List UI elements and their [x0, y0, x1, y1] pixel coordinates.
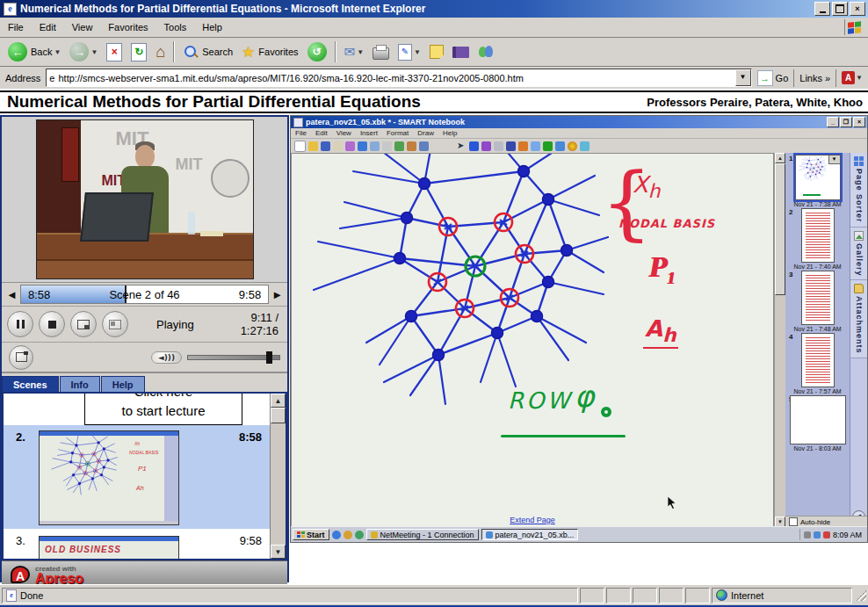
- canvas-scroll-thumb[interactable]: [775, 163, 785, 295]
- scene-item-3[interactable]: 3. 9:58 OLD BUSINESS: [4, 529, 271, 559]
- open-icon[interactable]: [308, 141, 318, 151]
- page-thumb-4[interactable]: 4Nov 21 - 7:57 AM: [785, 333, 850, 394]
- volume-slider[interactable]: [187, 355, 280, 360]
- delete-icon[interactable]: [382, 141, 392, 151]
- back-dropdown-icon[interactable]: ▼: [54, 48, 61, 56]
- home-button[interactable]: ⌂: [151, 41, 170, 63]
- history-button[interactable]: ↺: [303, 40, 331, 63]
- page-thumb-5[interactable]: 5Nov 21 - 8:03 AM: [785, 395, 850, 452]
- lecture-video[interactable]: MIT MIT MIT Massachusetts Institute of T…: [36, 119, 254, 279]
- refresh-button[interactable]: ↻: [127, 41, 151, 63]
- page-thumb-2[interactable]: 2Nov 21 - 7:40 AM: [785, 208, 850, 270]
- canvas-scrollbar[interactable]: ▲ ▼: [774, 153, 785, 527]
- fill-color-icon[interactable]: [568, 141, 577, 151]
- menu-favorites[interactable]: Favorites: [100, 19, 156, 35]
- back-button[interactable]: ← Back ▼: [4, 40, 65, 63]
- scene-2-thumbnail[interactable]: Xh NODAL BASIS P1 Ah: [39, 430, 179, 525]
- extend-page-link[interactable]: Extend Page: [292, 516, 773, 524]
- nb-menu-insert[interactable]: Insert: [356, 129, 382, 137]
- address-input[interactable]: e http://smcs-webserver-sma1.mit.edu/sma…: [46, 69, 751, 87]
- address-dropdown-icon[interactable]: ▼: [735, 69, 751, 86]
- speaker-icon[interactable]: ◄))): [151, 351, 182, 364]
- tab-help[interactable]: Help: [101, 376, 145, 392]
- pdf-dropdown-icon[interactable]: ▼: [856, 74, 863, 82]
- edit-dropdown-icon[interactable]: ▼: [414, 48, 421, 56]
- new-page-icon[interactable]: [294, 141, 306, 152]
- eraser-icon[interactable]: [494, 141, 503, 151]
- notebook-task-button[interactable]: patera_nov21_05.xb...: [481, 529, 579, 540]
- quicklaunch-icon-2[interactable]: [344, 531, 352, 539]
- table-icon[interactable]: [407, 141, 416, 151]
- forward-dropdown-icon[interactable]: ▼: [90, 48, 98, 56]
- tab-page-sorter[interactable]: Page Sorter: [850, 153, 867, 228]
- seek-bar[interactable]: 8:58 Scene 2 of 46 9:58: [20, 285, 269, 304]
- menu-edit[interactable]: Edit: [32, 19, 64, 35]
- page-thumbnail[interactable]: [790, 395, 846, 444]
- print-button[interactable]: [368, 42, 394, 61]
- quicklaunch-icon-3[interactable]: [355, 531, 364, 539]
- page-thumbnail[interactable]: [801, 208, 835, 263]
- scene-scrollbar[interactable]: ▲ ▼: [270, 394, 286, 559]
- autohide-checkbox[interactable]: [789, 517, 798, 526]
- page-thumbnail[interactable]: [801, 333, 835, 387]
- pen-tool-icon[interactable]: [469, 141, 479, 151]
- stop-button[interactable]: ×: [102, 41, 127, 63]
- line-width-icon[interactable]: [555, 141, 565, 151]
- paste-icon[interactable]: [333, 141, 343, 151]
- menu-tools[interactable]: Tools: [156, 19, 195, 35]
- nb-menu-draw[interactable]: Draw: [413, 129, 438, 137]
- favorites-button[interactable]: ★ Favorites: [237, 41, 303, 63]
- select-tool-icon[interactable]: ➤: [457, 141, 467, 151]
- quicklaunch-ie-icon[interactable]: [332, 531, 341, 539]
- nb-menu-file[interactable]: File: [291, 129, 311, 137]
- transparency-icon[interactable]: [580, 141, 590, 151]
- save-icon[interactable]: [321, 141, 330, 151]
- line-tool-icon[interactable]: [506, 141, 516, 151]
- nb-menu-format[interactable]: Format: [382, 129, 413, 137]
- document-camera-icon[interactable]: [419, 141, 429, 151]
- research-button[interactable]: [448, 45, 474, 60]
- next-scene-button[interactable]: ►: [269, 288, 286, 301]
- go-button[interactable]: → Go: [752, 70, 794, 86]
- netmeeting-task-button[interactable]: NetMeeting - 1 Connection: [366, 529, 479, 540]
- messenger-button[interactable]: [474, 43, 498, 61]
- color-icon[interactable]: [543, 141, 553, 151]
- scene-item-2-selected[interactable]: 2. 8:58 Xh NODAL BASIS P1 Ah: [4, 425, 271, 529]
- start-button[interactable]: Start: [293, 529, 329, 540]
- tray-shield-icon[interactable]: [823, 531, 830, 538]
- page-thumb-3[interactable]: 3Nov 21 - 7:48 AM: [785, 271, 850, 332]
- page-thumbnail[interactable]: ▼: [795, 155, 841, 200]
- nb-restore-button[interactable]: ❐: [840, 117, 852, 127]
- nb-close-button[interactable]: ×: [853, 117, 865, 127]
- maximize-button[interactable]: [832, 2, 848, 16]
- scene-item-1[interactable]: Click hereto start lecture: [4, 394, 271, 425]
- scroll-thumb[interactable]: [271, 408, 286, 423]
- insert-page-icon[interactable]: [394, 141, 404, 151]
- pdf-button[interactable]: A ▼: [835, 69, 868, 87]
- tray-display-icon[interactable]: [814, 531, 821, 538]
- scroll-down-icon[interactable]: ▼: [271, 545, 286, 559]
- tab-gallery[interactable]: Gallery: [850, 228, 867, 281]
- swap-view-button[interactable]: [102, 311, 128, 337]
- tab-attachments[interactable]: Attachments: [850, 280, 867, 358]
- tab-scenes[interactable]: Scenes: [2, 376, 59, 392]
- forward-button[interactable]: → ▼: [65, 40, 102, 63]
- volume-knob[interactable]: [266, 351, 272, 364]
- scroll-up-icon[interactable]: ▲: [271, 394, 286, 408]
- nb-menu-help[interactable]: Help: [438, 129, 461, 137]
- tray-pen-icon[interactable]: [804, 531, 811, 538]
- links-button[interactable]: Links »: [793, 69, 835, 87]
- page-thumbnail[interactable]: [801, 271, 835, 325]
- tab-info[interactable]: Info: [60, 376, 100, 392]
- page-thumb-1[interactable]: 1▼Nov 21 - 7:38 AM: [785, 155, 850, 207]
- prev-scene-button[interactable]: ◄: [4, 288, 20, 301]
- capture-icon[interactable]: [345, 141, 355, 151]
- start-lecture-box[interactable]: Click hereto start lecture: [84, 394, 242, 425]
- minimize-button[interactable]: [814, 2, 830, 16]
- text-tool-icon[interactable]: [531, 141, 540, 151]
- view-mode-button[interactable]: [70, 311, 97, 337]
- undo-icon[interactable]: [358, 141, 367, 151]
- redo-icon[interactable]: [370, 141, 380, 151]
- nb-menu-view[interactable]: View: [332, 129, 356, 137]
- mail-button[interactable]: ✉ ▼: [340, 42, 369, 61]
